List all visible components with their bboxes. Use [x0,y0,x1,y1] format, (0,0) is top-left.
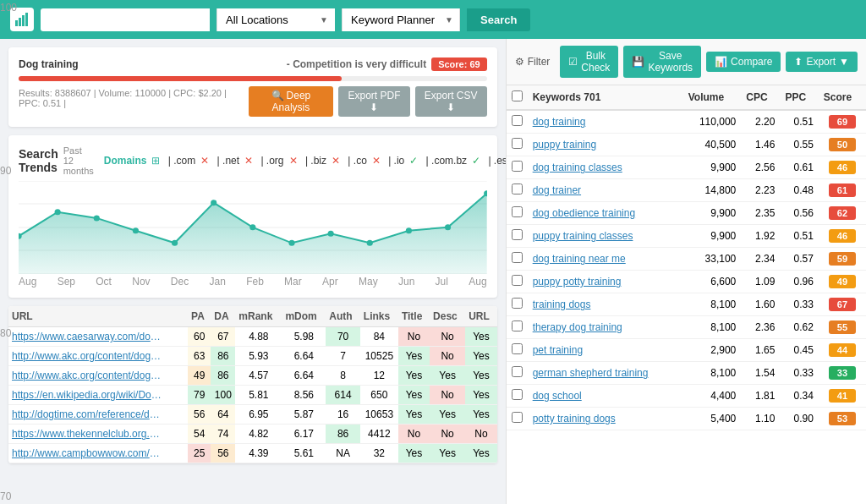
url-link[interactable]: http://www.campbowwow.com/edmond/serv... [12,447,164,459]
competition-text: - Competition is very difficult [287,58,426,70]
keyword-link[interactable]: puppy training classes [533,230,633,242]
domain-com-x[interactable]: ✕ [200,155,209,167]
domain-io-check[interactable]: ✓ [409,155,418,167]
filter-button[interactable]: ⚙ Filter [515,56,551,68]
ppc-cell: 0.45 [780,339,818,362]
keyword-link[interactable]: german shepherd training [533,367,649,379]
list-item: dog training 110,000 2.20 0.51 69 [507,110,866,134]
plus-icon[interactable]: ⊞ [151,155,160,167]
keyword-link[interactable]: dog training [533,116,586,128]
th-da: DA [211,306,235,327]
search-button[interactable]: Search [467,8,530,31]
keyword-cell: puppy training [528,134,683,156]
url-link[interactable]: http://www.akc.org/content/dog-traini... [12,370,164,381]
cell-mdom: 5.87 [282,405,326,425]
row-checkbox[interactable] [512,138,523,149]
bulk-check-button[interactable]: ☑ Bulk Check [560,46,618,78]
row-checkbox[interactable] [512,366,523,377]
row-checkbox-cell [507,248,528,271]
row-checkbox[interactable] [512,252,523,263]
score-cell: 53 [819,408,866,430]
keyword-link[interactable]: puppy potty training [533,276,622,288]
domain-co-x[interactable]: ✕ [372,155,381,167]
cell-da: 100 [211,386,235,405]
cell-url2: Yes [465,405,497,425]
cell-mrank: 5.93 [235,347,282,366]
keyword-link[interactable]: dog training near me [533,253,626,265]
cell-mrank: 4.57 [235,366,282,386]
cpc-cell: 1.60 [741,293,780,316]
deep-analysis-button[interactable]: 🔍 Deep Analysis [249,86,334,117]
cpc-cell: 1.10 [741,408,780,430]
score-cell: 55 [819,316,866,339]
domain-biz-x[interactable]: ✕ [332,155,340,167]
svg-point-16 [249,224,255,230]
keyword-link[interactable]: training dogs [533,299,591,310]
row-checkbox[interactable] [512,389,523,400]
row-checkbox[interactable] [512,229,523,240]
search-input[interactable]: dog training [41,8,210,31]
volume-cell: 5,400 [683,408,742,430]
save-keywords-button[interactable]: 💾 Save Keywords [623,46,701,78]
domain-combz-check[interactable]: ✓ [472,155,480,167]
list-item: puppy potty training 6,600 1.09 0.96 49 [507,271,866,293]
keyword-link[interactable]: puppy training [533,139,596,151]
locations-select[interactable]: All Locations [216,8,335,31]
keyword-cell: pet training [528,339,683,362]
url-link[interactable]: https://www.caesarway.com/dog-trainin... [12,331,164,342]
cell-pa: 54 [188,425,211,444]
score-cell: 50 [819,134,866,156]
keyword-link[interactable]: potty training dogs [533,413,616,425]
ppc-cell: 0.33 [780,293,818,316]
domain-org-x[interactable]: ✕ [289,155,298,167]
domain-net-x[interactable]: ✕ [244,155,253,167]
export-pdf-button[interactable]: Export PDF ⬇ [338,86,409,117]
score-pill: 55 [829,320,856,334]
row-checkbox[interactable] [512,320,523,331]
row-checkbox[interactable] [512,298,523,309]
export-csv-button[interactable]: Export CSV ⬇ [415,86,487,117]
keyword-link[interactable]: pet training [533,344,583,356]
url-link[interactable]: http://www.akc.org/content/dog-traini... [12,350,164,362]
url-link[interactable]: https://en.wikipedia.org/wiki/Dog_tra... [12,389,164,401]
row-checkbox-cell [507,316,528,339]
volume-cell: 2,900 [683,339,742,362]
row-checkbox[interactable] [512,412,523,423]
score-cell: 33 [819,362,866,385]
ppc-cell: 0.57 [780,248,818,271]
keyword-meta: Results: 8388607 | Volume: 110000 | CPC:… [19,88,249,108]
url-link[interactable]: http://dogtime.com/reference/dog-trai... [12,408,164,420]
row-checkbox[interactable] [512,115,523,126]
keyword-link[interactable]: dog school [533,390,582,402]
cell-title: Yes [398,386,430,405]
svg-point-19 [367,240,373,246]
export-arrow-icon: ▼ [839,56,849,68]
score-cell: 59 [819,248,866,271]
row-checkbox[interactable] [512,161,523,172]
row-checkbox-cell [507,339,528,362]
cell-mrank: 4.39 [235,444,282,463]
volume-cell: 8,100 [683,362,742,385]
keyword-link[interactable]: dog obedience training [533,207,635,219]
row-checkbox-cell [507,134,528,156]
url-link[interactable]: https://www.thekennelclub.org.uk/trai... [12,428,164,440]
row-checkbox[interactable] [512,275,523,286]
volume-cell: 14,800 [683,179,742,202]
cell-links: 4412 [360,425,398,444]
select-all-checkbox[interactable] [512,90,523,101]
progress-bar [19,76,487,81]
cpc-cell: 1.54 [741,362,780,385]
cell-links: 32 [360,444,398,463]
keyword-link[interactable]: therapy dog training [533,321,622,333]
domain-combz: | .com.bz [423,155,467,167]
row-checkbox[interactable] [512,343,523,354]
keyword-link[interactable]: dog trainer [533,184,581,196]
cell-url2: Yes [465,327,497,347]
planner-select[interactable]: Keyword Planner [342,8,460,31]
score-pill: 69 [829,115,856,129]
row-checkbox[interactable] [512,184,523,194]
export-button[interactable]: ⬆ Export ▼ [786,52,858,72]
row-checkbox[interactable] [512,206,523,217]
compare-button[interactable]: 📊 Compare [706,52,781,72]
keyword-link[interactable]: dog training classes [533,162,622,173]
